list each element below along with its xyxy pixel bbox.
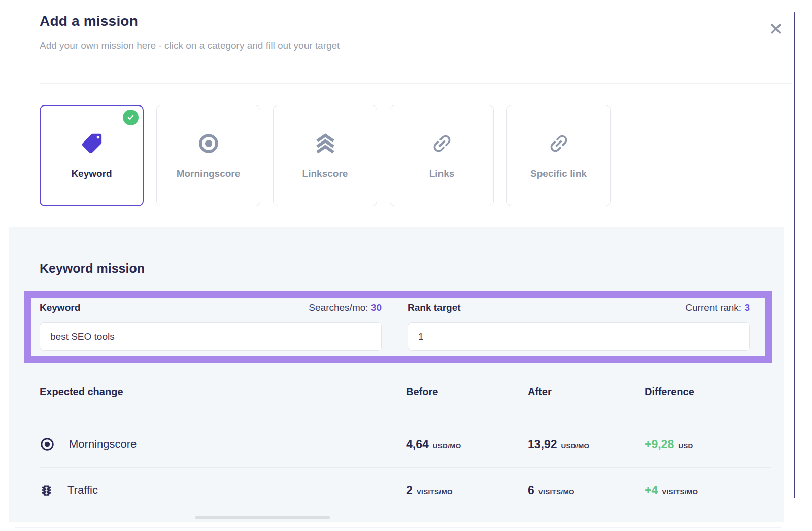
selected-check-icon (123, 110, 139, 125)
metric-value: 2 (406, 484, 413, 498)
category-card-specific-link[interactable]: Specific link (506, 105, 611, 206)
searches-per-month-stat: Searches/mo: 30 (309, 302, 382, 313)
page-subtitle: Add your own mission here - click on a c… (40, 40, 340, 51)
page-bottom-edge (15, 527, 781, 528)
category-label: Links (429, 168, 455, 180)
current-rank-label: Current rank: (685, 302, 741, 313)
current-rank-value: 3 (744, 302, 750, 313)
row-label: Morningscore (69, 438, 137, 451)
section-heading: Keyword mission (40, 261, 145, 276)
after-value: 13,92 USD/MO (528, 438, 645, 451)
table-header-row: Expected change Before After Difference (40, 379, 771, 421)
keyword-mission-section: Keyword mission Keyword Searches/mo: 30 … (9, 227, 784, 522)
metric-unit: VISITS/MO (662, 488, 698, 496)
horizontal-scrollbar-thumb[interactable] (195, 516, 330, 519)
page-title: Add a mission (40, 13, 138, 29)
metric-unit: USD (678, 442, 693, 450)
difference-value: +9,28 USD (645, 438, 771, 451)
close-button[interactable] (767, 20, 785, 38)
header-divider (40, 83, 792, 84)
close-icon (769, 22, 783, 36)
searches-label: Searches/mo: (309, 302, 368, 313)
keyword-input[interactable] (40, 322, 382, 351)
chevrons-up-icon (313, 131, 337, 156)
searches-value: 30 (371, 302, 382, 313)
table-row-morningscore: Morningscore 4,64 USD/MO 13,92 USD/MO +9… (40, 421, 771, 467)
current-rank-stat: Current rank: 3 (685, 302, 750, 313)
col-header-after: After (528, 379, 645, 421)
highlighted-fields-frame: Keyword Searches/mo: 30 Rank target Curr… (24, 291, 772, 363)
col-header-before: Before (406, 379, 528, 421)
tag-icon (80, 131, 104, 156)
table-row-traffic: Traffic 2 VISITS/MO 6 VISITS/MO +4 VISIT… (40, 467, 771, 513)
category-label: Linkscore (302, 168, 348, 180)
keyword-field-label: Keyword (40, 302, 80, 313)
category-card-linkscore[interactable]: Linkscore (273, 105, 377, 206)
row-label: Traffic (67, 484, 98, 497)
traffic-light-icon (40, 484, 53, 498)
before-value: 4,64 USD/MO (406, 438, 528, 451)
after-value: 6 VISITS/MO (528, 484, 645, 498)
difference-value: +4 VISITS/MO (645, 484, 771, 498)
rank-target-field-group: Rank target Current rank: 3 (408, 302, 750, 356)
target-icon (197, 131, 220, 156)
metric-unit: USD/MO (433, 442, 461, 450)
before-value: 2 VISITS/MO (406, 484, 528, 498)
category-label: Keyword (71, 168, 112, 180)
expected-change-table: Expected change Before After Difference … (40, 379, 771, 513)
metric-value: +9,28 (645, 438, 674, 451)
metric-unit: VISITS/MO (538, 488, 574, 496)
metric-value: 13,92 (528, 438, 557, 451)
rank-target-label: Rank target (408, 302, 461, 313)
category-label: Specific link (530, 168, 587, 180)
rank-target-input[interactable] (408, 322, 750, 351)
category-card-keyword[interactable]: Keyword (40, 105, 144, 206)
link-icon (430, 131, 454, 156)
vertical-scrollbar-thumb[interactable] (794, 12, 795, 498)
link-icon (547, 131, 570, 156)
metric-unit: VISITS/MO (417, 488, 453, 496)
morningscore-target-icon (40, 437, 55, 452)
metric-value: 6 (528, 484, 534, 498)
col-header-expected-change: Expected change (40, 379, 406, 421)
metric-unit: USD/MO (561, 442, 590, 450)
metric-value: +4 (645, 484, 658, 498)
category-card-morningscore[interactable]: Morningscore (156, 105, 260, 206)
category-cards: Keyword Morningscore Linkscore Links (40, 105, 611, 206)
keyword-field-group: Keyword Searches/mo: 30 (40, 302, 382, 356)
category-label: Morningscore (177, 168, 241, 180)
metric-value: 4,64 (406, 438, 429, 451)
col-header-difference: Difference (645, 379, 771, 421)
category-card-links[interactable]: Links (390, 105, 494, 206)
